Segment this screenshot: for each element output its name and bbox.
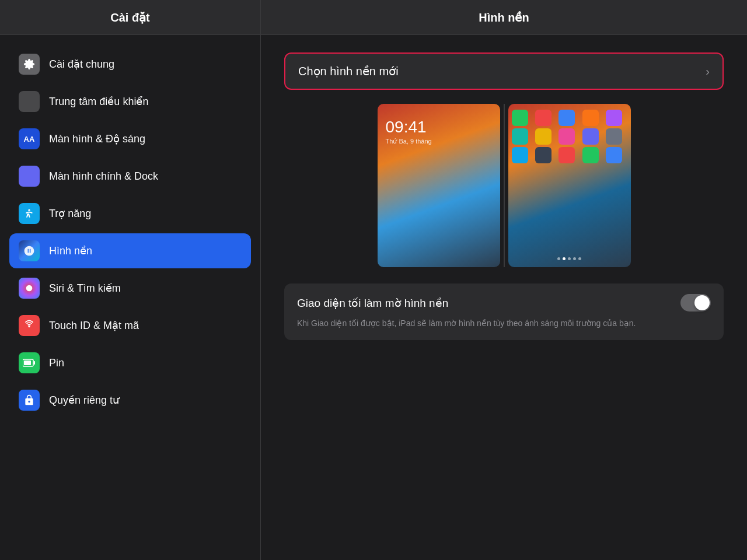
sidebar-item-label: Siri & Tìm kiếm [49, 282, 121, 295]
app-icon [582, 147, 599, 163]
top-bar-right: Hình nền [261, 0, 747, 34]
app-icon [558, 110, 575, 126]
top-bar: Cài đặt Hình nền [0, 0, 747, 35]
home-screen-preview [508, 104, 631, 267]
sidebar-item-label: Màn hình chính & Dock [49, 170, 158, 183]
home-screen-icon [19, 166, 40, 187]
app-icon [535, 110, 551, 126]
sidebar-item-label: Hình nền [49, 244, 92, 257]
wallpaper-preview: 09:41 Thứ Ba, 9 tháng [284, 104, 724, 267]
app-icon [582, 128, 599, 145]
svg-point-1 [26, 285, 33, 292]
sidebar-item-label: Màn hình & Độ sáng [49, 132, 145, 145]
app-icon [606, 147, 622, 163]
detail-panel: Chọn hình nền mới › 09:41 Thứ Ba, 9 thán… [261, 35, 747, 560]
app-icon [512, 128, 528, 145]
svg-point-2 [28, 326, 30, 327]
app-icon [606, 110, 622, 126]
app-icon [582, 110, 599, 126]
sidebar-item-cai-dat-chung[interactable]: Cài đặt chung [9, 47, 251, 82]
sidebar-item-quyen-rieng-tu[interactable]: Quyền riêng tư [9, 383, 251, 418]
preview-time: 09:41 [386, 118, 427, 136]
sidebar-item-siri-tim-kiem[interactable]: Siri & Tìm kiếm [9, 271, 251, 306]
app-icon [512, 110, 528, 126]
control-center-icon [19, 91, 40, 112]
sidebar-item-label: Quyền riêng tư [49, 394, 119, 407]
sidebar-item-touch-id-mat-ma[interactable]: Touch ID & Mật mã [9, 308, 251, 343]
sidebar-item-hinh-nen[interactable]: Hình nền [9, 233, 251, 268]
top-bar-left: Cài đặt [0, 0, 261, 34]
svg-rect-5 [24, 360, 31, 365]
gear-icon [19, 54, 40, 75]
app-icon [558, 147, 575, 163]
sidebar-item-label: Touch ID & Mật mã [49, 319, 139, 332]
app-icon [535, 128, 551, 145]
sidebar: Cài đặt chung Trung tâm điều khiển AA Mà… [0, 35, 261, 560]
detail-title: Hình nền [479, 10, 529, 24]
sidebar-item-label: Cài đặt chung [49, 58, 114, 71]
toggle-label: Giao diện tối làm mờ hình nền [297, 296, 448, 310]
page-dots [512, 199, 627, 264]
dark-mode-blur-toggle[interactable] [680, 294, 711, 312]
sidebar-title: Cài đặt [110, 10, 150, 24]
wallpaper-icon [19, 240, 40, 261]
brightness-icon: AA [19, 128, 40, 149]
touch-id-icon [19, 315, 40, 336]
chevron-right-icon: › [706, 65, 710, 78]
sidebar-item-man-hinh-do-sang[interactable]: AA Màn hình & Độ sáng [9, 121, 251, 156]
sidebar-item-label: Trung tâm điều khiển [49, 95, 148, 108]
app-icon [558, 128, 575, 145]
svg-rect-4 [34, 361, 36, 365]
sidebar-item-label: Pin [49, 357, 64, 369]
svg-point-0 [28, 209, 30, 211]
battery-icon [19, 352, 40, 373]
sidebar-item-label: Trợ năng [49, 207, 91, 220]
toggle-description: Khi Giao diện tối được bật, iPad sẽ làm … [297, 317, 711, 330]
app-icon [535, 147, 551, 163]
toggle-header: Giao diện tối làm mờ hình nền [297, 294, 711, 312]
app-grid [512, 110, 627, 163]
main-content: Cài đặt chung Trung tâm điều khiển AA Mà… [0, 35, 747, 560]
sidebar-item-pin[interactable]: Pin [9, 345, 251, 380]
choose-wallpaper-label: Chọn hình nền mới [298, 64, 399, 78]
lock-screen-preview: 09:41 Thứ Ba, 9 tháng [378, 104, 500, 267]
accessibility-icon [19, 203, 40, 224]
toggle-row: Giao diện tối làm mờ hình nền Khi Giao d… [284, 284, 724, 340]
preview-date: Thứ Ba, 9 tháng [386, 138, 432, 145]
preview-divider [504, 104, 505, 267]
siri-icon [19, 278, 40, 299]
toggle-knob [694, 295, 710, 310]
app-icon [606, 128, 622, 145]
app-icon [512, 147, 528, 163]
sidebar-item-man-hinh-chinh-dock[interactable]: Màn hình chính & Dock [9, 159, 251, 194]
privacy-icon [19, 390, 40, 411]
sidebar-item-tro-nang[interactable]: Trợ năng [9, 196, 251, 231]
sidebar-item-trung-tam-dieu-khien[interactable]: Trung tâm điều khiển [9, 84, 251, 119]
choose-wallpaper-row[interactable]: Chọn hình nền mới › [284, 52, 724, 90]
